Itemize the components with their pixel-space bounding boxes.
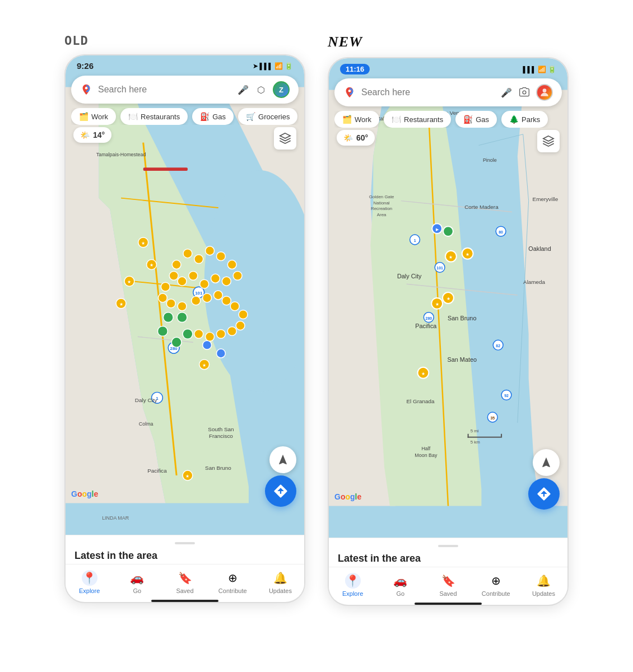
old-search-bar[interactable]: Search here 🎤 ⬡ Z	[71, 76, 299, 104]
new-restaurants-label: Restaurants	[404, 115, 443, 124]
svg-rect-2	[143, 167, 188, 171]
old-map-area[interactable]: 280 101 1 Daly City Colma South San Fran…	[66, 55, 304, 535]
old-nav-updates[interactable]: 🔔 Updates	[257, 570, 304, 594]
new-nav-explore[interactable]: 📍 Explore	[329, 573, 376, 597]
old-status-time: 9:26	[77, 61, 94, 71]
new-mic-icon[interactable]: 🎤	[500, 86, 513, 99]
old-nav-saved[interactable]: 🔖 Saved	[161, 570, 208, 594]
new-pill-work[interactable]: 🗂️ Work	[334, 111, 379, 128]
new-work-label: Work	[355, 115, 371, 124]
old-home-indicator	[151, 600, 218, 602]
svg-point-51	[203, 340, 212, 349]
svg-text:82: 82	[496, 344, 500, 348]
svg-text:Tamalpais-Homestead: Tamalpais-Homestead	[96, 152, 146, 157]
old-nav-contribute[interactable]: ⊕ Contribute	[209, 570, 257, 594]
old-gas-icon: ⛽	[200, 112, 210, 121]
new-nav-contribute[interactable]: ⊕ Contribute	[472, 573, 520, 597]
old-location-icon: ➤	[253, 62, 258, 70]
svg-point-46	[177, 312, 187, 323]
new-layer-btn[interactable]	[537, 130, 560, 152]
new-saved-label: Saved	[439, 590, 457, 597]
old-wifi-icon: 📶	[274, 62, 283, 70]
svg-point-41	[236, 321, 245, 330]
new-weather-badge: 🌤️ 60°	[337, 130, 375, 146]
svg-point-37	[214, 291, 223, 300]
new-directions-btn[interactable]	[528, 478, 560, 510]
new-saved-icon: 🔖	[440, 573, 456, 589]
old-nav-explore[interactable]: 📍 Explore	[66, 570, 113, 594]
old-avatar[interactable]: Z	[273, 81, 290, 98]
new-nav-updates[interactable]: 🔔 Updates	[520, 573, 567, 597]
svg-point-30	[169, 271, 178, 280]
svg-point-49	[157, 326, 167, 336]
new-avatar[interactable]	[536, 84, 553, 101]
old-weather-badge: 🌤️ 14°	[73, 127, 111, 143]
new-phone-frame: 280 101 1 82 92 35 Daly City Pacifica Sa…	[328, 57, 569, 606]
new-pill-restaurants[interactable]: 🍽️ Restaurants	[384, 111, 451, 128]
svg-text:★: ★	[150, 263, 153, 268]
svg-point-33	[166, 299, 175, 308]
old-directions-btn[interactable]	[265, 475, 296, 507]
new-pill-parks[interactable]: 🌲 Parks	[501, 111, 548, 128]
new-status-time: 11:16	[340, 64, 370, 74]
new-work-icon: 🗂️	[342, 115, 352, 124]
svg-point-26	[211, 274, 220, 283]
old-layers-icon	[279, 132, 291, 144]
new-map-area[interactable]: 280 101 1 82 92 35 Daly City Pacifica Sa…	[329, 58, 567, 538]
new-search-bar[interactable]: Search here 🎤	[334, 78, 562, 106]
svg-text:Daly City: Daly City	[135, 397, 157, 403]
old-lens-icon[interactable]: ⬡	[255, 83, 267, 96]
svg-point-24	[233, 271, 242, 280]
svg-text:Area: Area	[377, 212, 387, 217]
new-home-indicator	[415, 603, 482, 605]
svg-text:101: 101	[436, 266, 443, 270]
old-navigate-btn[interactable]	[269, 446, 296, 473]
svg-text:San Bruno: San Bruno	[205, 465, 231, 471]
svg-point-32	[158, 293, 167, 302]
old-mic-icon[interactable]: 🎤	[237, 83, 249, 96]
old-pill-groceries[interactable]: 🛒 Groceries	[238, 108, 297, 125]
svg-point-18	[172, 260, 181, 269]
svg-text:★: ★	[449, 255, 453, 260]
svg-point-45	[194, 329, 203, 338]
new-google-logo: Google	[334, 492, 361, 501]
new-layers-icon	[542, 135, 555, 147]
new-pill-gas[interactable]: ⛽ Gas	[455, 111, 497, 128]
svg-text:35: 35	[490, 416, 495, 420]
old-section: OLD	[64, 34, 305, 603]
old-updates-icon: 🔔	[272, 570, 288, 586]
page-container: OLD	[0, 0, 633, 672]
svg-point-23	[227, 260, 236, 269]
new-go-label: Go	[396, 590, 404, 597]
svg-point-29	[178, 277, 187, 286]
old-category-pills: 🗂️ Work 🍽️ Restaurants ⛽ Gas 🛒	[71, 108, 299, 125]
svg-point-34	[178, 302, 187, 311]
svg-point-38	[222, 296, 231, 305]
new-lens-icon[interactable]	[518, 86, 530, 99]
svg-text:San Bruno: San Bruno	[448, 315, 476, 321]
new-navigate-icon	[540, 456, 552, 469]
new-nav-saved[interactable]: 🔖 Saved	[424, 573, 472, 597]
old-pill-gas[interactable]: ⛽ Gas	[192, 108, 234, 125]
svg-point-35	[192, 296, 201, 305]
old-nav-go[interactable]: 🚗 Go	[113, 570, 161, 594]
new-temperature: 60°	[356, 133, 368, 142]
svg-point-48	[163, 312, 173, 323]
svg-text:El Granada: El Granada	[406, 398, 435, 404]
new-label: NEW	[328, 34, 362, 50]
new-navigate-btn[interactable]	[533, 449, 560, 476]
old-pill-work[interactable]: 🗂️ Work	[71, 108, 116, 125]
new-bottom-nav: 📍 Explore 🚗 Go 🔖 Saved ⊕ Contribute 🔔	[329, 567, 567, 600]
svg-point-22	[216, 252, 225, 261]
old-pill-restaurants[interactable]: 🍽️ Restaurants	[120, 108, 188, 125]
svg-text:LINDA MAR: LINDA MAR	[102, 515, 129, 521]
old-weather-icon: 🌤️	[80, 130, 90, 139]
svg-text:★: ★	[466, 252, 469, 257]
new-battery-icon: 🔋	[548, 66, 556, 73]
new-restaurants-icon: 🍽️	[392, 115, 401, 124]
new-profile-icon	[539, 87, 550, 98]
old-work-label: Work	[91, 113, 108, 121]
old-layer-btn[interactable]	[274, 127, 296, 150]
new-nav-go[interactable]: 🚗 Go	[376, 573, 424, 597]
svg-point-117	[348, 90, 351, 92]
